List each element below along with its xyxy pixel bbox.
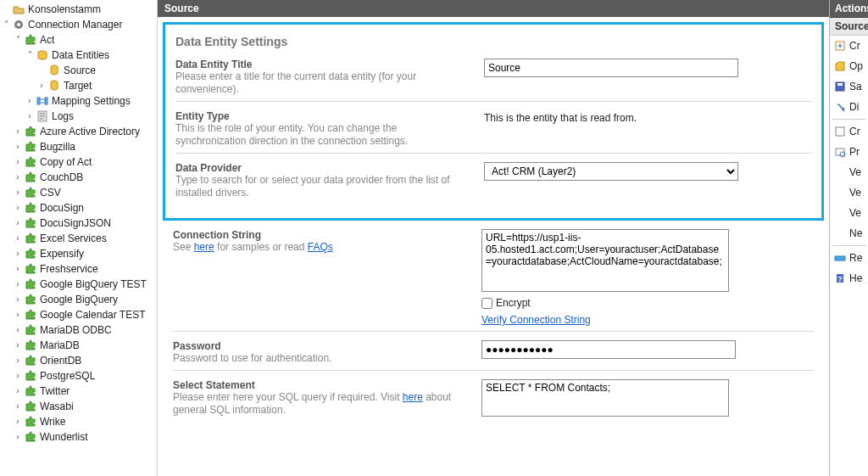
expand-icon[interactable]: ›	[12, 354, 24, 367]
field-description: Type to search for or select your data p…	[175, 174, 464, 199]
tree-node[interactable]: ›Bugzilla	[0, 139, 157, 154]
expand-icon[interactable]: ›	[12, 400, 24, 413]
tree-node[interactable]: ›Excel Services	[0, 231, 157, 246]
expand-icon[interactable]: ›	[12, 415, 24, 428]
collapse-icon[interactable]: ˅	[0, 18, 12, 31]
expand-icon[interactable]: ›	[12, 384, 24, 398]
action-item[interactable]: Pr	[830, 142, 868, 162]
expand-icon[interactable]: ›	[12, 277, 24, 291]
action-icon	[833, 251, 847, 265]
action-item[interactable]: Ve	[830, 203, 868, 223]
expand-icon[interactable]: ›	[24, 94, 36, 108]
tree-label: Freshservice	[39, 262, 98, 276]
map-icon	[36, 94, 49, 108]
tree-node-logs[interactable]: › Logs	[0, 109, 157, 124]
tree-node-root[interactable]: Konsolenstamm	[0, 2, 157, 17]
puzzle-icon	[24, 140, 37, 154]
action-item[interactable]: Ve	[830, 182, 868, 203]
data-entity-title-input[interactable]	[484, 59, 738, 77]
encrypt-checkbox-row[interactable]: Encrypt	[481, 297, 531, 309]
tree-node[interactable]: ›Google BigQuery	[0, 292, 157, 307]
expand-icon[interactable]: ›	[12, 155, 24, 169]
field-description: This is the role of your entity. You can…	[175, 122, 464, 148]
expand-icon[interactable]: ›	[36, 79, 47, 92]
tree-label: Source	[63, 64, 96, 77]
tree-label: PostgreSQL	[39, 369, 95, 383]
expand-icon[interactable]: ›	[12, 216, 24, 230]
tree-node-source[interactable]: Source	[0, 63, 157, 78]
action-item[interactable]: ?He	[830, 268, 868, 288]
expand-icon[interactable]: ›	[12, 140, 24, 154]
data-provider-select[interactable]: Act! CRM (Layer2)	[484, 162, 738, 181]
tree-node[interactable]: ›PostgreSQL	[0, 368, 157, 384]
gear-icon	[12, 18, 25, 31]
tree-node[interactable]: ›Wrike	[0, 414, 157, 429]
database-icon	[47, 64, 61, 77]
main-panel: Source Data Entity Settings Data Entity …	[158, 0, 829, 476]
tree-node-data-entities[interactable]: ˅ Data Entities	[0, 48, 157, 63]
action-item[interactable]: Di	[830, 97, 868, 117]
action-label: He	[849, 272, 862, 284]
expand-icon[interactable]: ›	[12, 430, 24, 444]
action-item[interactable]: Cr	[830, 121, 868, 142]
tree-node[interactable]: ›Wasabi	[0, 399, 157, 414]
tree-node-target[interactable]: › Target	[0, 78, 157, 93]
expand-icon[interactable]: ›	[12, 247, 24, 260]
collapse-icon[interactable]: ˅	[24, 48, 36, 62]
expand-icon[interactable]: ›	[12, 369, 24, 383]
tree-node[interactable]: ›Expensify	[0, 246, 157, 261]
action-item[interactable]: Ne	[830, 223, 868, 244]
connection-string-input[interactable]	[481, 229, 729, 292]
expand-icon[interactable]: ›	[12, 186, 24, 199]
encrypt-checkbox[interactable]	[481, 298, 492, 309]
expand-icon[interactable]: ›	[12, 232, 24, 245]
puzzle-icon	[24, 323, 37, 337]
tree-label: DocuSignJSON	[39, 216, 111, 230]
collapse-icon[interactable]: ˅	[12, 33, 24, 47]
tree-node[interactable]: ›DocuSign	[0, 200, 157, 216]
sql-info-link[interactable]: here	[403, 391, 423, 403]
tree-node[interactable]: ›Wunderlist	[0, 429, 157, 445]
field-label: Select Statement	[173, 379, 461, 391]
expand-icon[interactable]: ›	[12, 201, 24, 215]
tree-node-mapping[interactable]: › Mapping Settings	[0, 93, 157, 109]
expand-icon[interactable]: ›	[12, 262, 24, 276]
action-item[interactable]: Re	[830, 248, 868, 268]
tree-node[interactable]: ›CouchDB	[0, 170, 157, 185]
action-item[interactable]: Cr	[830, 36, 868, 56]
tree-node[interactable]: ›Google Calendar TEST	[0, 307, 157, 322]
tree-node[interactable]: ›MariaDB ODBC	[0, 322, 157, 338]
faqs-link[interactable]: FAQs	[308, 241, 333, 253]
password-input[interactable]	[481, 340, 736, 359]
expand-icon[interactable]: ›	[24, 109, 36, 123]
action-label: Op	[849, 60, 863, 72]
expand-icon[interactable]: ›	[12, 339, 24, 352]
tree-node[interactable]: ›DocuSignJSON	[0, 216, 157, 231]
puzzle-icon	[24, 216, 37, 230]
tree-node-connection-manager[interactable]: ˅ Connection Manager	[0, 17, 157, 32]
tree-label: Excel Services	[39, 232, 107, 245]
tree-node-act[interactable]: ˅ Act	[0, 32, 157, 48]
expand-icon[interactable]: ›	[12, 323, 24, 337]
expand-icon[interactable]: ›	[12, 171, 24, 184]
action-item[interactable]: Ve	[830, 162, 868, 182]
expand-icon[interactable]: ›	[12, 293, 24, 306]
tree-node[interactable]: ›OrientDB	[0, 353, 157, 368]
expand-icon[interactable]: ›	[12, 125, 24, 138]
expand-icon[interactable]: ›	[12, 308, 24, 322]
tree-node[interactable]: ›Twitter	[0, 384, 157, 399]
panel-title: Source	[158, 0, 829, 17]
action-item[interactable]: Op	[830, 56, 868, 76]
samples-link[interactable]: here	[194, 241, 214, 253]
tree-node[interactable]: ›Azure Active Directory	[0, 124, 157, 139]
tree-node[interactable]: ›Freshservice	[0, 261, 157, 277]
tree-node[interactable]: ›CSV	[0, 185, 157, 200]
tree-node[interactable]: ›Copy of Act	[0, 154, 157, 170]
action-item[interactable]: Sa	[830, 76, 868, 97]
tree-node[interactable]: ›Google BigQuery TEST	[0, 277, 157, 292]
action-icon	[833, 59, 847, 73]
select-statement-input[interactable]	[481, 379, 729, 417]
verify-connection-link[interactable]: Verify Connection String	[481, 314, 591, 326]
puzzle-icon	[24, 201, 37, 215]
tree-node[interactable]: ›MariaDB	[0, 338, 157, 353]
